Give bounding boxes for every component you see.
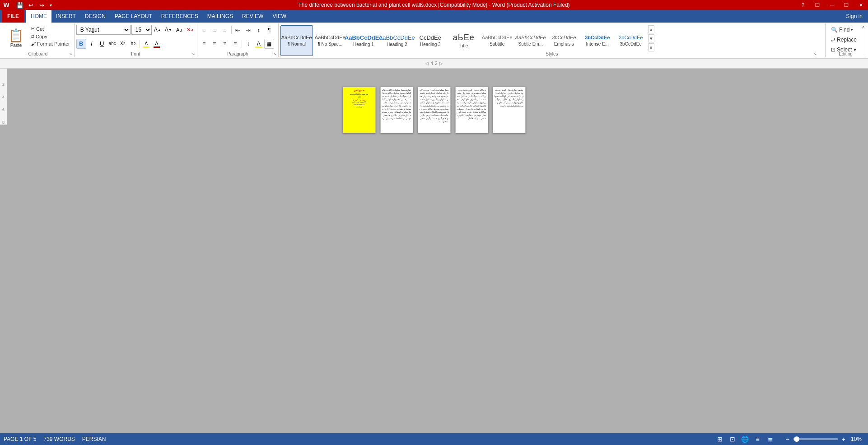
- styles-nav: ▲ ▼ ≡: [648, 25, 654, 51]
- ruler-number-4: 4: [430, 61, 433, 66]
- format-painter-icon: 🖌: [31, 41, 36, 46]
- font-shrink-button[interactable]: A▼: [163, 25, 173, 35]
- paste-button[interactable]: 📋 Paste: [5, 25, 28, 50]
- align-right-button[interactable]: ≡: [220, 39, 230, 49]
- numbering-button[interactable]: ≡: [210, 25, 219, 35]
- style-title-preview: аЬЕе: [453, 33, 475, 43]
- font-grow-button[interactable]: A▲: [153, 25, 163, 35]
- font-group-label: Font: [75, 51, 197, 57]
- format-painter-label: Format Painter: [37, 41, 70, 46]
- styles-group: AaBbCcDdEe ¶ Normal AaBbCcDdEe ¶ No Spac…: [279, 23, 826, 57]
- ribbon-collapse-btn[interactable]: ∧: [862, 24, 865, 29]
- style-heading1-preview: AaBbCcDdEe: [345, 34, 383, 42]
- style-heading3-preview: CcDdEe: [420, 34, 441, 42]
- find-label: Find: [839, 27, 849, 33]
- find-button[interactable]: 🔍 Find ▾: [828, 25, 856, 34]
- line-spacing-button[interactable]: ↕: [243, 39, 253, 49]
- ribbon-toolbar: 📋 Paste ✂ Cut ⧉ Copy 🖌 Format Painter Cl…: [0, 23, 868, 59]
- paste-label: Paste: [10, 43, 22, 48]
- page-5[interactable]: خلاصه تفاوت های اصلی بین دیوار سلولی باک…: [493, 87, 526, 133]
- styles-scroll-down[interactable]: ▼: [648, 34, 654, 42]
- font-color-button[interactable]: A: [152, 39, 162, 49]
- styles-expander[interactable]: ↘: [812, 51, 818, 56]
- minimize-button[interactable]: ─: [825, 0, 839, 10]
- bullets-button[interactable]: ≡: [199, 25, 209, 35]
- undo-quickaccess[interactable]: ↩: [25, 2, 36, 9]
- copy-button[interactable]: ⧉ Copy: [29, 33, 71, 40]
- replace-button[interactable]: ⇄ Replace: [828, 35, 859, 44]
- style-heading2-label: Heading 2: [387, 42, 407, 47]
- multilevel-list-button[interactable]: ≡: [220, 25, 230, 35]
- strikethrough-button[interactable]: abc: [107, 39, 117, 49]
- close-button[interactable]: ✕: [854, 0, 868, 10]
- align-left-button[interactable]: ≡: [199, 39, 209, 49]
- maximize-button[interactable]: ❐: [839, 0, 854, 10]
- page-layout-menu-item[interactable]: PAGE LAYOUT: [110, 10, 157, 23]
- customize-quickaccess[interactable]: ▾: [47, 3, 54, 8]
- styles-scroll-up[interactable]: ▲: [648, 25, 654, 33]
- insert-menu-item[interactable]: INSERT: [51, 10, 80, 23]
- subscript-button[interactable]: X2: [118, 39, 128, 49]
- mailings-menu-item[interactable]: MAILINGS: [203, 10, 238, 23]
- bold-button[interactable]: B: [76, 39, 86, 49]
- style-heading1-label: Heading 1: [353, 42, 374, 47]
- borders-button[interactable]: ▦: [264, 39, 274, 49]
- increase-indent-button[interactable]: ⇥: [243, 25, 253, 35]
- style-normal-label: ¶ Normal: [288, 42, 306, 46]
- style-heading3-label: Heading 3: [420, 42, 441, 47]
- view-menu-item[interactable]: VIEW: [268, 10, 291, 23]
- left-ruler: 2 4 6 8: [0, 69, 7, 125]
- horizontal-ruler: ◁ 4 2 ▷: [0, 59, 868, 69]
- shading-button[interactable]: A: [254, 39, 264, 49]
- review-menu-item[interactable]: REVIEW: [238, 10, 268, 23]
- title-bar-left: W 💾 ↩ ↪ ▾: [0, 0, 54, 10]
- show-marks-button[interactable]: ¶: [264, 25, 274, 35]
- clear-formatting-button[interactable]: ✕A: [185, 25, 195, 35]
- signin-button[interactable]: Sign in: [842, 11, 866, 21]
- cut-label: Cut: [36, 26, 44, 32]
- home-menu-item[interactable]: HOME: [26, 10, 51, 23]
- cut-button[interactable]: ✂ Cut: [29, 25, 71, 32]
- file-menu-button[interactable]: FILE: [2, 10, 24, 23]
- underline-button[interactable]: U: [97, 39, 107, 49]
- font-group: B Yagut 15 A▲ A▼ Aa ✕A B I U abc X2 X2 A…: [75, 23, 197, 57]
- find-dropdown: ▾: [851, 28, 853, 32]
- clipboard-expander[interactable]: ↘: [68, 51, 73, 56]
- italic-button[interactable]: I: [87, 39, 97, 49]
- page-2[interactable]: تفاوت دیوار سلولی باکتری ها و گیاهان دیو…: [380, 87, 413, 133]
- change-case-button[interactable]: Aa: [174, 25, 184, 35]
- page-4[interactable]: در باکتری های گرم مثبت دیوار سلولی ضخیم …: [455, 87, 488, 133]
- styles-expand[interactable]: ≡: [648, 43, 654, 51]
- redo-quickaccess[interactable]: ↪: [36, 2, 47, 9]
- page-3-content: دیوار سلولی گیاهان چندین لایه دارد که شا…: [418, 87, 450, 125]
- page-3[interactable]: دیوار سلولی گیاهان چندین لایه دارد که شا…: [418, 87, 451, 133]
- superscript-button[interactable]: X2: [128, 39, 138, 49]
- align-center-button[interactable]: ≡: [210, 39, 219, 49]
- pages-container: تحقیق آنلاین abcdefghijklmnopqrstu قابل …: [343, 87, 526, 424]
- style-emphasis-label: Emphasis: [554, 42, 574, 46]
- style-intense-e-label: Intense E...: [586, 42, 609, 46]
- page-4-content: در باکتری های گرم مثبت دیوار سلولی ضخیم …: [456, 87, 488, 121]
- restore-down-button[interactable]: ❐: [810, 0, 825, 10]
- page-1[interactable]: تحقیق آنلاین abcdefghijklmnopqrstu قابل …: [343, 87, 376, 133]
- paragraph-expander[interactable]: ↘: [272, 51, 277, 56]
- justify-button[interactable]: ≡: [230, 39, 240, 49]
- sort-button[interactable]: ↕: [254, 25, 264, 35]
- format-painter-button[interactable]: 🖌 Format Painter: [29, 41, 71, 47]
- scissors-icon: ✂: [31, 26, 35, 32]
- paragraph-group-label: Paragraph: [197, 51, 278, 57]
- clipboard-small-buttons: ✂ Cut ⧉ Copy 🖌 Format Painter: [29, 25, 71, 50]
- document-area: 2 4 6 8 تحقیق آنلاین abcdefghijklmnopqrs…: [0, 69, 868, 433]
- help-button[interactable]: ?: [796, 0, 810, 10]
- window-controls: ? ❐ ─ ❐ ✕: [796, 0, 868, 10]
- replace-label: Replace: [837, 37, 857, 43]
- font-expander[interactable]: ↘: [191, 51, 196, 56]
- design-menu-item[interactable]: DESIGN: [80, 10, 110, 23]
- word-icon[interactable]: W: [0, 1, 13, 9]
- font-family-select[interactable]: B Yagut: [76, 25, 131, 35]
- save-quickaccess[interactable]: 💾: [14, 2, 25, 9]
- decrease-indent-button[interactable]: ⇤: [233, 25, 243, 35]
- references-menu-item[interactable]: REFERENCES: [157, 10, 203, 23]
- text-highlight-button[interactable]: A: [141, 39, 151, 49]
- font-size-select[interactable]: 15: [131, 25, 152, 35]
